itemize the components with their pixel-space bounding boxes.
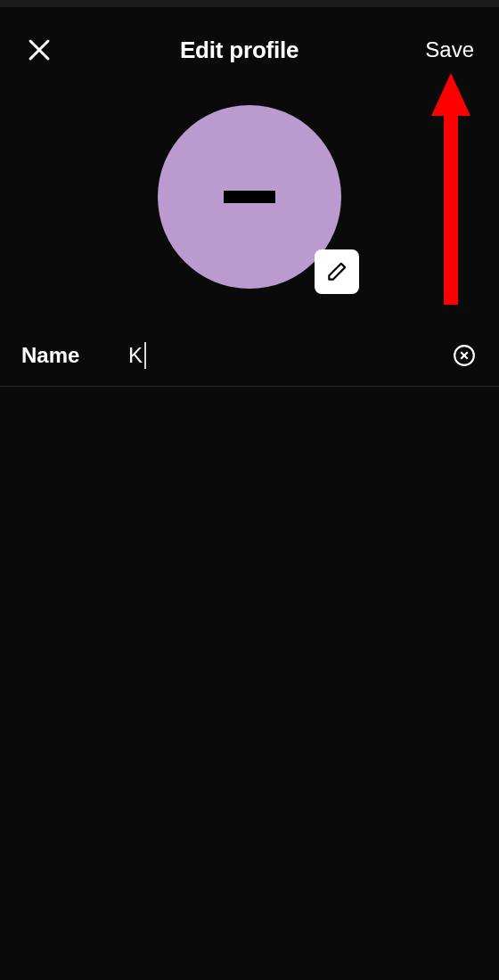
header: Edit profile Save [0,7,499,86]
dash-icon [224,191,275,203]
name-input[interactable] [128,343,451,368]
save-button[interactable]: Save [421,32,478,68]
name-label: Name [21,343,128,368]
name-field-row: Name [0,324,499,387]
name-input-wrapper [128,343,451,368]
pencil-icon [325,260,348,283]
close-button[interactable] [21,32,57,68]
avatar-wrapper [158,105,341,289]
avatar-section [0,86,499,324]
clear-icon [453,344,476,367]
edit-avatar-button[interactable] [315,249,359,294]
clear-name-button[interactable] [451,342,478,369]
page-title: Edit profile [180,37,299,64]
text-caret [144,342,146,369]
close-icon [26,37,53,63]
status-bar-spacer [0,0,499,7]
